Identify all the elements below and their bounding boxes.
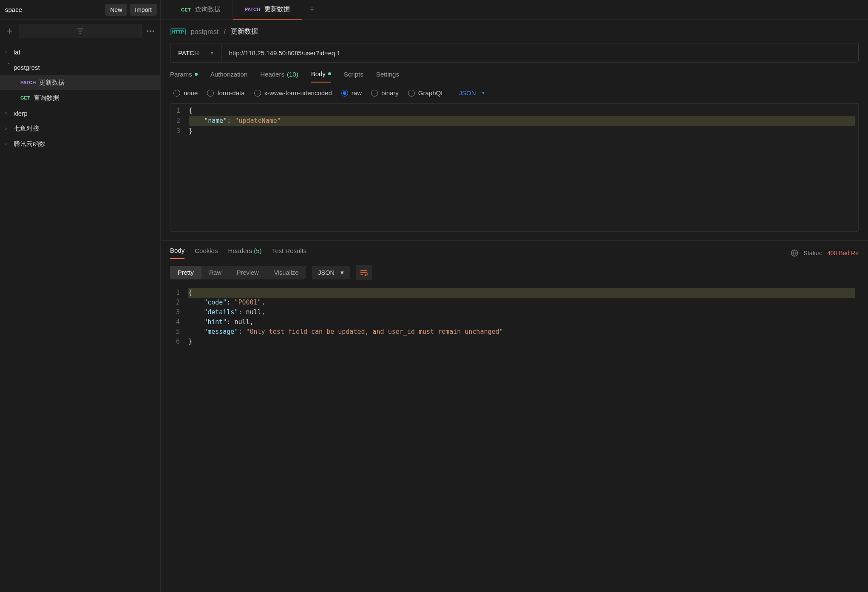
view-raw[interactable]: Raw — [201, 266, 229, 279]
url-bar: PATCH ▾ — [170, 43, 859, 63]
chevron-right-icon: › — [5, 141, 14, 147]
breadcrumb: HTTP postgrest / 更新数据 — [161, 20, 868, 43]
tab-query[interactable]: GET 查询数据 — [169, 0, 233, 20]
resp-tab-body[interactable]: Body — [170, 247, 184, 259]
line-gutter: 123456 — [170, 286, 185, 592]
http-icon: HTTP — [170, 28, 186, 35]
tab-params[interactable]: Params — [170, 70, 198, 83]
view-mode-group: Pretty Raw Preview Visualize — [170, 266, 306, 279]
tab-headers[interactable]: Headers (10) — [260, 70, 298, 83]
response-panel: Body Cookies Headers (5) Test Results St… — [161, 240, 868, 592]
resp-tab-headers[interactable]: Headers (5) — [228, 247, 261, 259]
tab-settings[interactable]: Settings — [376, 70, 399, 83]
indicator-dot — [328, 72, 331, 75]
sidebar-toolbar: ••• — [0, 20, 160, 43]
request-item-query[interactable]: GET 查询数据 — [0, 90, 160, 105]
resp-tab-test-results[interactable]: Test Results — [272, 247, 307, 259]
import-button[interactable]: Import — [130, 4, 157, 16]
radio-raw[interactable]: raw — [341, 89, 362, 97]
filter-input[interactable] — [19, 24, 142, 38]
main-area: GET 查询数据 PATCH 更新数据 + HTTP postgrest / 更… — [161, 0, 868, 592]
request-body-editor[interactable]: 123 { ··· "name": "updateName" } — [170, 103, 859, 232]
body-format-selector[interactable]: JSON ▾ — [459, 89, 485, 97]
workspace-label: space — [3, 6, 102, 13]
view-pretty[interactable]: Pretty — [170, 266, 201, 279]
response-toolbar: Pretty Raw Preview Visualize JSON ▾ — [161, 259, 868, 286]
more-options-icon[interactable]: ••• — [145, 25, 157, 37]
tabs-row: GET 查询数据 PATCH 更新数据 + — [161, 0, 868, 20]
radio-graphql[interactable]: GraphQL — [408, 89, 445, 97]
chevron-right-icon: › — [5, 49, 14, 55]
collection-xlerp[interactable]: › xlerp — [0, 105, 160, 121]
body-type-row: none form-data x-www-form-urlencoded raw… — [161, 83, 868, 103]
tab-body[interactable]: Body — [311, 70, 331, 83]
radio-binary[interactable]: binary — [371, 89, 399, 97]
chevron-down-icon: ▾ — [340, 269, 344, 276]
resp-tab-cookies[interactable]: Cookies — [195, 247, 218, 259]
chevron-down-icon: ▾ — [482, 90, 485, 96]
status-label: Status: — [803, 250, 822, 256]
sidebar: space New Import ••• › laf › postgrest P… — [0, 0, 161, 592]
request-tabs: Params Authorization Headers (10) Body S… — [161, 63, 868, 83]
tab-authorization[interactable]: Authorization — [210, 70, 248, 83]
wrap-lines-icon[interactable] — [356, 265, 372, 280]
method-selector[interactable]: PATCH ▾ — [170, 43, 221, 62]
breadcrumb-current: 更新数据 — [231, 27, 258, 36]
chevron-down-icon: › — [6, 63, 12, 71]
response-tabs: Body Cookies Headers (5) Test Results St… — [161, 241, 868, 259]
collection-tree: › laf › postgrest PATCH 更新数据 GET 查询数据 › … — [0, 43, 160, 592]
line-gutter: 123 — [170, 104, 185, 231]
radio-form-data[interactable]: form-data — [207, 89, 244, 97]
collection-laf[interactable]: › laf — [0, 44, 160, 60]
chevron-down-icon: ▾ — [211, 50, 213, 56]
add-tab-button[interactable]: + — [302, 5, 322, 14]
breadcrumb-parent[interactable]: postgrest — [191, 28, 219, 36]
collection-tencent[interactable]: › 腾讯云函数 — [0, 136, 160, 151]
url-input[interactable] — [221, 43, 858, 62]
request-item-update[interactable]: PATCH 更新数据 — [0, 75, 160, 90]
new-button[interactable]: New — [105, 4, 127, 16]
filter-icon — [77, 28, 84, 34]
indicator-dot — [195, 73, 198, 76]
sidebar-header: space New Import — [0, 0, 160, 20]
status-value[interactable]: 400 Bad Re — [827, 250, 859, 256]
chevron-right-icon: › — [5, 125, 14, 131]
response-body-editor[interactable]: 123456 { "code": "P0001", "details": nul… — [161, 286, 868, 592]
radio-xwww[interactable]: x-www-form-urlencoded — [254, 89, 332, 97]
add-icon[interactable] — [3, 25, 15, 37]
response-format-selector[interactable]: JSON ▾ — [312, 266, 350, 279]
globe-icon[interactable] — [791, 249, 798, 257]
collection-qiyu[interactable]: › 七鱼对接 — [0, 121, 160, 136]
tab-scripts[interactable]: Scripts — [344, 70, 363, 83]
collection-postgrest[interactable]: › postgrest — [0, 60, 160, 75]
radio-none[interactable]: none — [173, 89, 198, 97]
tab-update[interactable]: PATCH 更新数据 — [233, 0, 302, 20]
view-visualize[interactable]: Visualize — [266, 266, 306, 279]
view-preview[interactable]: Preview — [229, 266, 267, 279]
chevron-right-icon: › — [5, 110, 14, 116]
